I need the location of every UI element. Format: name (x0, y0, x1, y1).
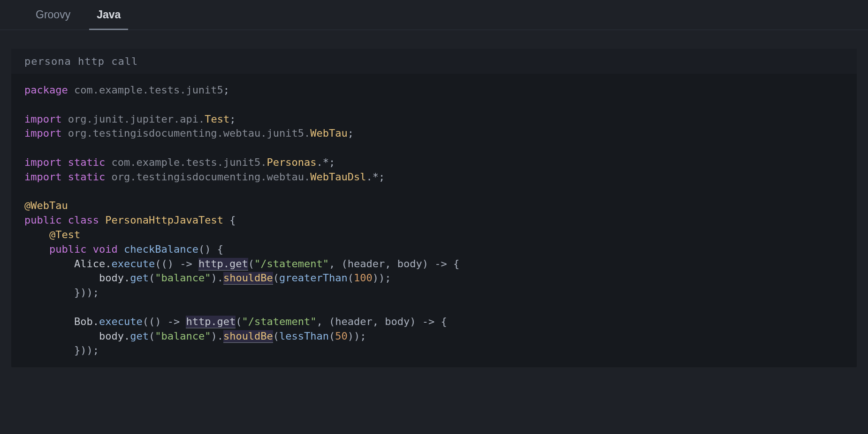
code-token: get (130, 330, 149, 342)
code-token: "/statement" (242, 316, 317, 327)
code-token: org.junit.jupiter.api. (68, 113, 205, 125)
code-block: package com.example.tests.junit5; import… (11, 74, 857, 367)
code-token: Test (205, 113, 229, 125)
code-token: checkBalance (124, 243, 198, 255)
code-token: greaterThan (279, 272, 348, 284)
code-token: Bob. (24, 316, 99, 327)
code-token: ( (329, 330, 335, 342)
code-token: @WebTau (24, 200, 68, 211)
tab-java[interactable]: Java (84, 0, 134, 30)
code-token: "/statement" (254, 258, 329, 270)
code-token: static (68, 171, 105, 183)
code-token: org.testingisdocumenting.webtau.junit5. (68, 127, 311, 139)
code-token: { (223, 214, 236, 226)
code-token: )); (373, 272, 391, 284)
code-token: com.example.tests.junit5 (74, 84, 223, 96)
code-token: })); (24, 287, 99, 298)
code-token: "balance" (155, 330, 211, 342)
code-token: ; (223, 84, 229, 96)
code-token: import (24, 113, 61, 125)
code-token (68, 84, 74, 96)
code-token: ; (348, 127, 354, 139)
code-token: get (130, 272, 149, 284)
code-token: org.testingisdocumenting.webtau. (111, 171, 310, 183)
code-token: import (24, 171, 61, 183)
code-token: 50 (335, 330, 348, 342)
code-token: , (header, body) -> { (317, 316, 447, 327)
code-token (24, 243, 49, 255)
code-token: shouldBe (223, 272, 273, 285)
code-token: PersonaHttpJavaTest (105, 214, 223, 226)
code-token: , (header, body) -> { (329, 258, 459, 270)
code-token: http.get (186, 316, 236, 328)
code-token: class (68, 214, 99, 226)
code-token: ). (211, 330, 223, 342)
code-token (105, 171, 111, 183)
code-token: package (24, 84, 68, 96)
code-token: shouldBe (223, 330, 273, 343)
code-token: })); (24, 344, 99, 356)
code-token (61, 214, 68, 226)
code-token: (() -> (143, 316, 186, 327)
code-token: WebTauDsl (310, 171, 366, 183)
code-token: 100 (354, 272, 373, 284)
code-token: ( (273, 272, 279, 284)
code-token: import (24, 156, 61, 168)
code-token: com.example.tests.junit5. (111, 156, 266, 168)
code-token: (() -> (155, 258, 198, 270)
code-token (105, 156, 111, 168)
code-token (24, 229, 49, 240)
code-token (61, 127, 68, 139)
code-token: execute (99, 316, 143, 327)
code-token (99, 214, 105, 226)
code-token: WebTau (310, 127, 347, 139)
code-token: lessThan (279, 330, 329, 342)
code-token: () { (198, 243, 223, 255)
code-token: ( (236, 316, 242, 327)
code-token: import (24, 127, 61, 139)
code-token: http.get (198, 258, 248, 271)
tab-groovy[interactable]: Groovy (23, 0, 84, 30)
code-token: static (68, 156, 105, 168)
code-token (118, 243, 124, 255)
code-token: "balance" (155, 272, 211, 284)
code-token: ( (248, 258, 254, 270)
code-token: ; (229, 113, 236, 125)
code-token: Personas (267, 156, 317, 168)
code-token: public (49, 243, 86, 255)
code-token: public (24, 214, 61, 226)
code-title: persona http call (11, 49, 857, 74)
code-token (61, 113, 68, 125)
code-token (61, 171, 68, 183)
code-token: ( (149, 272, 155, 284)
code-token (86, 243, 92, 255)
code-token: void (93, 243, 118, 255)
code-token: Alice. (24, 258, 111, 270)
code-token: @Test (49, 229, 80, 240)
code-token: .*; (366, 171, 385, 183)
code-token: ( (273, 330, 279, 342)
code-token: )); (348, 330, 366, 342)
code-token: body. (24, 272, 130, 284)
code-token: ( (348, 272, 354, 284)
code-token: .*; (317, 156, 335, 168)
code-token: ( (149, 330, 155, 342)
code-token: body. (24, 330, 130, 342)
code-token: ). (211, 272, 223, 284)
code-container: persona http call package com.example.te… (11, 49, 857, 367)
tabs-bar: Groovy Java (0, 0, 868, 30)
code-token: execute (111, 258, 155, 270)
code-token (61, 156, 68, 168)
